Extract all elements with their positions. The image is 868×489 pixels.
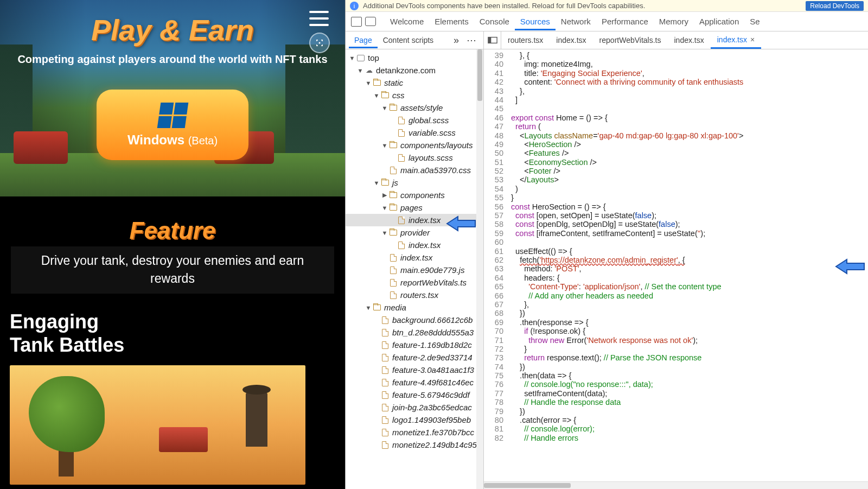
- feature-section: Feature Drive your tank, destroy your en…: [0, 196, 345, 299]
- file-tab[interactable]: reportWebVitals.ts: [593, 31, 668, 49]
- tree-file[interactable]: background.66612c6b: [346, 314, 483, 326]
- code-view[interactable]: 3940414243444546474849505152535455565758…: [484, 49, 868, 481]
- nav-tab-page[interactable]: Page: [349, 32, 378, 48]
- engaging-section: EngagingTank Battles: [0, 299, 345, 485]
- tree-folder[interactable]: ▼components/layouts: [346, 139, 483, 151]
- tree-folder[interactable]: ▶components: [346, 189, 483, 201]
- navigator-tabs: PageContent scripts » ⋯: [346, 31, 483, 49]
- tree-file[interactable]: index.tsx: [346, 239, 483, 251]
- info-icon: i: [350, 2, 359, 10]
- tree-folder[interactable]: ▼provider: [346, 226, 483, 239]
- tree-file[interactable]: logo1.149903ef95beb: [346, 414, 483, 426]
- devtools-tab-elements[interactable]: Elements: [429, 12, 474, 30]
- device-toolbar-icon[interactable]: [365, 17, 376, 26]
- close-tab-icon[interactable]: ×: [750, 35, 755, 44]
- editor-h-scrollbar[interactable]: [484, 481, 868, 489]
- tree-folder[interactable]: ▼media: [346, 301, 483, 314]
- file-tab[interactable]: routers.tsx: [501, 31, 550, 49]
- editor-file-tabs: routers.tsxindex.tsxreportWebVitals.tsin…: [484, 31, 868, 49]
- tree-scrollbar[interactable]: [476, 49, 483, 489]
- devtools-tab-application[interactable]: Application: [694, 12, 744, 30]
- tree-file[interactable]: global.scss: [346, 114, 483, 126]
- file-tab[interactable]: index.tsx: [550, 31, 592, 49]
- reload-devtools-button[interactable]: Reload DevTools: [806, 1, 864, 11]
- feature-title: Feature: [11, 217, 334, 244]
- inspect-element-icon[interactable]: [351, 17, 362, 27]
- tree-file[interactable]: routers.tsx: [346, 289, 483, 301]
- tree-file[interactable]: btn_d.28e8dddd555a3: [346, 326, 483, 339]
- tree-file[interactable]: main.e90de779.js: [346, 264, 483, 276]
- tree-folder[interactable]: ▼assets/style: [346, 101, 483, 114]
- website-preview: Play & Earn Competing against players ar…: [0, 0, 345, 489]
- tank-graphic-left: [14, 131, 68, 164]
- tree-folder[interactable]: ▼css: [346, 89, 483, 101]
- tree-folder[interactable]: ▼pages: [346, 201, 483, 214]
- line-numbers: 3940414243444546474849505152535455565758…: [484, 49, 508, 481]
- devtools-tab-console[interactable]: Console: [474, 12, 515, 30]
- sources-navigator: PageContent scripts » ⋯ ▼top▼☁detankzone…: [346, 31, 484, 489]
- toggle-navigator-icon[interactable]: [484, 31, 501, 49]
- tree-file[interactable]: feature-4.49f681c46ec: [346, 376, 483, 389]
- devtools-tab-performance[interactable]: Performance: [596, 12, 654, 30]
- devtools-tab-network[interactable]: Network: [556, 12, 596, 30]
- hero-subtitle: Competing against players around the wor…: [0, 52, 345, 67]
- devtools-tab-se[interactable]: Se: [744, 12, 765, 30]
- tree-file[interactable]: monetize1.fe370b7bcc: [346, 426, 483, 439]
- file-tab[interactable]: index.tsx: [667, 31, 710, 49]
- file-tree[interactable]: ▼top▼☁detankzone.com▼static▼css▼assets/s…: [346, 49, 483, 489]
- tree-folder[interactable]: ▼js: [346, 176, 483, 189]
- tree-file[interactable]: layouts.scss: [346, 151, 483, 164]
- devtools-tab-sources[interactable]: Sources: [515, 12, 556, 30]
- tree-file[interactable]: index.tsx: [346, 251, 483, 264]
- tree-file[interactable]: reportWebVitals.ts: [346, 276, 483, 289]
- hero-title: Play & Earn: [0, 13, 345, 47]
- tree-file[interactable]: feature-2.de9ed33714: [346, 351, 483, 364]
- devtools-panel: i Additional DevTools components have be…: [345, 0, 868, 489]
- navigator-overflow-icon[interactable]: ⋯: [463, 34, 480, 46]
- navigator-more-icon[interactable]: »: [450, 35, 462, 46]
- tree-folder[interactable]: ▼top: [346, 52, 483, 64]
- tree-file[interactable]: variable.scss: [346, 126, 483, 139]
- hero-section: Play & Earn Competing against players ar…: [0, 0, 345, 196]
- devtools-tab-welcome[interactable]: Welcome: [385, 12, 429, 30]
- engaging-image: [10, 365, 305, 485]
- svg-rect-3: [488, 37, 490, 43]
- devtools-tab-memory[interactable]: Memory: [654, 12, 694, 30]
- tree-file[interactable]: main.a0a53970.css: [346, 164, 483, 176]
- nav-tab-content-scripts[interactable]: Content scripts: [378, 32, 439, 48]
- source-text[interactable]: }, { img: monetize4Img, title: 'Engaging…: [508, 49, 868, 481]
- tree-file[interactable]: index.tsx: [346, 214, 483, 226]
- engaging-heading: EngagingTank Battles: [10, 310, 335, 357]
- code-editor: routers.tsxindex.tsxreportWebVitals.tsin…: [484, 31, 868, 489]
- tree-file[interactable]: feature-3.0a481aac1f3: [346, 364, 483, 376]
- tree-file[interactable]: feature-1.169db18d2c: [346, 339, 483, 351]
- tree-file[interactable]: monetize2.149db14c95: [346, 439, 483, 451]
- windows-logo-icon: [157, 103, 188, 128]
- feature-subtitle: Drive your tank, destroy your enemies an…: [11, 246, 334, 294]
- tree-file[interactable]: feature-5.67946c9ddf: [346, 389, 483, 401]
- devtools-main-tabs: WelcomeElementsConsoleSourcesNetworkPerf…: [346, 12, 868, 31]
- tree-folder[interactable]: ▼☁detankzone.com: [346, 64, 483, 77]
- tree-file[interactable]: join-bg.2a3bc65edcac: [346, 401, 483, 414]
- file-tab[interactable]: index.tsx ×: [711, 31, 761, 49]
- tree-folder[interactable]: ▼static: [346, 77, 483, 89]
- download-windows-button[interactable]: Windows (Beta): [97, 90, 248, 160]
- devtools-reload-banner: i Additional DevTools components have be…: [346, 0, 868, 12]
